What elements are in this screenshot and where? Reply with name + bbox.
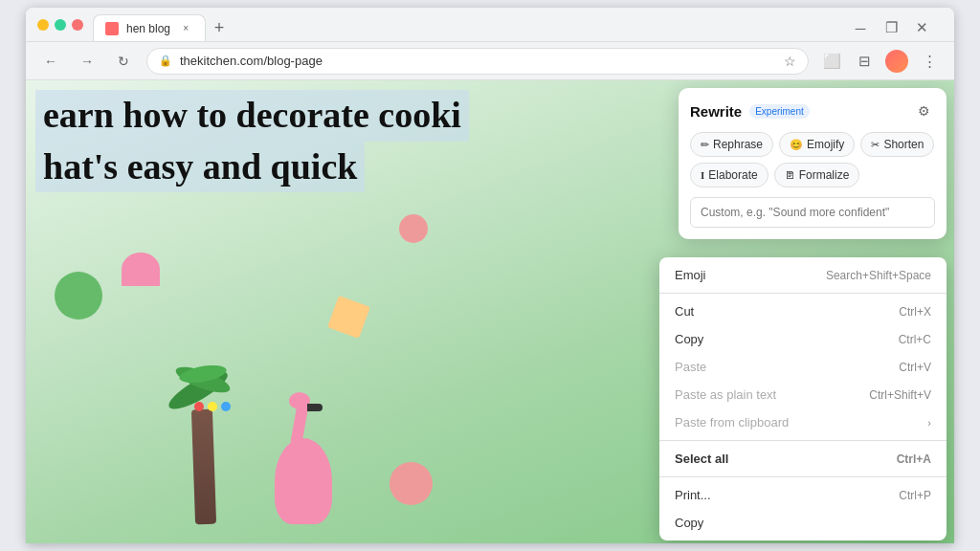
menu-item-copy[interactable]: Copy Ctrl+C [659, 325, 947, 353]
formalize-label: Formalize [799, 168, 850, 182]
page-content: earn how to decorate cooki hat's easy an… [26, 80, 954, 543]
menu-item-cut-shortcut: Ctrl+X [899, 305, 931, 319]
title-bar: hen blog × + ─ ❐ ✕ [26, 8, 954, 42]
lock-icon: 🔒 [159, 55, 172, 67]
palm-ball-red [194, 402, 204, 411]
heart-cookie [122, 253, 160, 286]
menu-divider-1 [659, 293, 947, 294]
tab-title: hen blog [126, 22, 170, 35]
star-cookie [327, 296, 370, 339]
url-text: thekitchen.com/blog-page [180, 54, 776, 68]
close-window-button[interactable] [72, 19, 83, 31]
menu-item-print[interactable]: Print... Ctrl+P [659, 481, 947, 509]
tab-favicon [105, 22, 119, 35]
shorten-button[interactable]: ✂ Shorten [860, 132, 934, 157]
menu-item-paste-plain-shortcut: Ctrl+Shift+V [869, 388, 931, 402]
profile-avatar [885, 50, 908, 73]
menu-item-paste-label: Paste [675, 360, 706, 374]
menu-item-paste-plain: Paste as plain text Ctrl+Shift+V [659, 381, 947, 408]
menu-item-copy-label: Copy [675, 332, 703, 346]
toolbar-icons: ⬜ ⊟ ⋮ [818, 48, 943, 75]
flamingo [265, 409, 342, 524]
profile-icon[interactable] [883, 48, 910, 75]
rewrite-title-row: Rewrite Experiment [690, 103, 810, 120]
palm-ball-yellow [208, 402, 217, 411]
tab-bar: hen blog × + ─ ❐ ✕ [93, 8, 943, 41]
menu-item-copy-2-label: Copy [675, 516, 703, 530]
address-bar: ← → ↻ 🔒 thekitchen.com/blog-page ☆ ⬜ ⊟ ⋮ [26, 42, 954, 80]
split-icon[interactable]: ⊟ [851, 48, 878, 75]
extension-icon[interactable]: ⬜ [818, 48, 845, 75]
rewrite-buttons: ✏ Rephrase 😊 Emojify ✂ Shorten I Elabora… [690, 132, 935, 187]
formalize-icon: 🖹 [785, 169, 795, 181]
experiment-badge: Experiment [749, 104, 810, 119]
menu-item-emoji-label: Emoji [675, 268, 706, 282]
rewrite-title: Rewrite [690, 103, 742, 120]
menu-item-paste: Paste Ctrl+V [659, 353, 947, 381]
settings-button[interactable]: ⚙ [912, 99, 935, 122]
rephrase-label: Rephrase [713, 138, 763, 151]
elaborate-button[interactable]: I Elaborate [690, 163, 768, 187]
menu-item-paste-plain-label: Paste as plain text [675, 387, 776, 402]
menu-item-paste-shortcut: Ctrl+V [899, 361, 931, 374]
maximize-button[interactable] [55, 19, 66, 31]
palm-ball-blue [221, 402, 231, 411]
forward-button[interactable]: → [74, 48, 100, 75]
menu-item-emoji-shortcut: Search+Shift+Space [826, 269, 931, 282]
menu-item-paste-clipboard-label: Paste from clipboard [675, 415, 789, 430]
menu-item-emoji[interactable]: Emoji Search+Shift+Space [659, 261, 947, 289]
menu-item-select-all[interactable]: Select all Ctrl+A [659, 445, 947, 473]
browser-window: hen blog × + ─ ❐ ✕ ← → ↻ 🔒 thekitchen.co… [26, 8, 954, 543]
rephrase-icon: ✏ [701, 139, 709, 151]
refresh-button[interactable]: ↻ [110, 48, 137, 75]
blog-title-line1: earn how to decorate cooki [35, 90, 469, 142]
url-bar[interactable]: 🔒 thekitchen.com/blog-page ☆ [146, 48, 809, 75]
menu-item-paste-clipboard-arrow: › [927, 417, 931, 429]
blog-title-line2: hat's easy and quick [35, 142, 365, 193]
menu-item-select-all-label: Select all [675, 452, 728, 466]
custom-rewrite-input[interactable] [690, 197, 935, 228]
bookmark-icon[interactable]: ☆ [784, 54, 796, 69]
rewrite-panel: Rewrite Experiment ⚙ ✏ Rephrase 😊 Emojif… [679, 88, 947, 239]
menu-item-copy-shortcut: Ctrl+C [899, 333, 931, 346]
back-button[interactable]: ← [37, 48, 64, 75]
flamingo-beak [307, 404, 323, 411]
rephrase-button[interactable]: ✏ Rephrase [690, 132, 773, 157]
menu-item-copy-2[interactable]: Copy [659, 509, 947, 537]
emojify-label: Emojify [807, 138, 844, 151]
context-menu: Emoji Search+Shift+Space Cut Ctrl+X Copy… [659, 257, 947, 540]
menu-item-paste-clipboard: Paste from clipboard › [659, 408, 947, 436]
menu-icon[interactable]: ⋮ [916, 48, 943, 75]
minimize-icon[interactable]: ─ [847, 14, 874, 41]
new-tab-button[interactable]: + [206, 14, 233, 41]
restore-icon[interactable]: ❐ [878, 14, 904, 41]
formalize-button[interactable]: 🖹 Formalize [774, 163, 860, 187]
active-tab[interactable]: hen blog × [93, 14, 206, 41]
elaborate-label: Elaborate [708, 168, 757, 182]
palm-balls [194, 402, 231, 411]
palm-trunk [191, 409, 216, 525]
elaborate-icon: I [701, 169, 704, 181]
blog-header: earn how to decorate cooki hat's easy an… [35, 90, 571, 192]
menu-divider-2 [659, 440, 947, 441]
close-icon[interactable]: ✕ [908, 14, 935, 41]
menu-item-print-label: Print... [675, 488, 711, 502]
menu-item-select-all-shortcut: Ctrl+A [897, 452, 931, 466]
shorten-label: Shorten [883, 138, 924, 151]
menu-item-print-shortcut: Ctrl+P [899, 489, 931, 502]
minimize-button[interactable] [37, 19, 49, 31]
window-controls [37, 19, 83, 31]
flower-cookie [390, 462, 433, 505]
rewrite-header: Rewrite Experiment ⚙ [690, 99, 935, 122]
menu-item-cut-label: Cut [675, 304, 694, 319]
shorten-icon: ✂ [871, 139, 880, 151]
menu-divider-3 [659, 476, 947, 477]
moon-cookie [55, 272, 102, 320]
flamingo-body-main [275, 438, 332, 524]
emojify-button[interactable]: 😊 Emojify [779, 132, 855, 157]
emojify-icon: 😊 [790, 139, 803, 151]
menu-item-cut[interactable]: Cut Ctrl+X [659, 298, 947, 325]
round-cookie [399, 214, 428, 243]
tab-close-button[interactable]: × [178, 21, 193, 36]
